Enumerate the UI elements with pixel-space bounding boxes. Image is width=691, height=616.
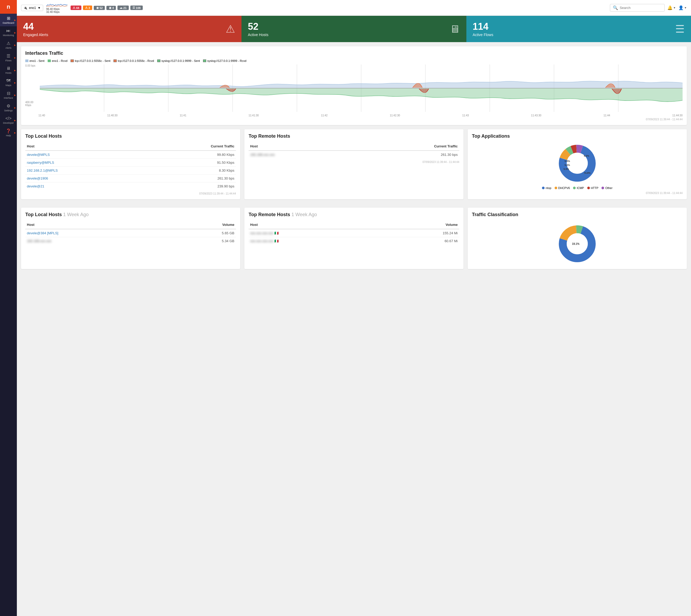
classification-donut-svg: 19.1% (556, 223, 598, 265)
icmp-label: ICMP (577, 186, 584, 190)
sparkline-svg (46, 2, 67, 7)
sidebar-logo[interactable]: n (0, 0, 17, 14)
legend-syslog-rcvd: syslog://127.0.0.1:9999 - Rcvd (203, 59, 246, 62)
legend-syslog-rcvd-color (203, 60, 206, 62)
col-volume-wl: Volume (170, 221, 236, 229)
remote-host-week-1-vol: 155.24 Mi (382, 229, 459, 237)
table-row: xxx.xxx.xxx.xxx 🇮🇹 155.24 Mi (249, 229, 459, 237)
traffic-classification-title: Traffic Classification (472, 212, 683, 217)
chart-timestamp: 07/09/2023 11:39:44 - 11:44:44 (25, 118, 683, 121)
sidebar-item-label: Settings (4, 109, 13, 112)
help-icon: ❓ (6, 129, 11, 133)
interface-selector[interactable]: 🔌 eno1 ▼ (21, 5, 43, 11)
remote-host-1-name: 192.168.xxx.xxx (250, 153, 275, 157)
top-remote-hosts-table: Host Current Traffic 192.168.xxx.xxx 261… (249, 142, 459, 158)
sidebar-item-label: Monitoring (3, 34, 14, 37)
developer-icon: </> (5, 116, 11, 121)
top-local-hosts-week-table: Host Volume devele@384 [MPLS] 5.65 GB 19… (25, 221, 236, 245)
host-traffic: 8.30 Kbps (143, 167, 236, 175)
flows-label: Active Flows (473, 32, 494, 37)
legend-syslog-sent-label: syslog://127.0.0.1:9999 - Sent (161, 59, 200, 62)
sidebar-item-developer[interactable]: </> Developer ▶ (0, 114, 17, 126)
y-label-top: 0.00 bps (25, 65, 35, 67)
user-menu-button[interactable]: 👤 ▼ (678, 5, 687, 10)
svg-text:19.1%: 19.1% (572, 242, 579, 245)
sparkline-values: 96.40 Kbps 32.40 Kbps (46, 8, 60, 14)
ntop-dot (542, 186, 545, 189)
badge-count21[interactable]: ☁ 21 (117, 5, 129, 10)
badge-alerts-orange[interactable]: ⚠ 3 (83, 5, 92, 10)
notifications-button[interactable]: 🔔 ▼ (667, 5, 676, 10)
legend-tcp-rcvd: tcp://127.0.0.1:5556c - Rcvd (113, 59, 154, 62)
search-box[interactable]: 🔍 (610, 4, 665, 12)
icmp-dot (573, 186, 576, 189)
col-volume-wr: Volume (382, 221, 459, 229)
remote-host-week-2-vol: 60.67 Mi (382, 237, 459, 245)
http-label: HTTP (591, 186, 599, 190)
header-badges: ⚠ 44 ⚠ 3 🖥 52 🖥 4 ☁ 21 ☰ 108 (70, 5, 143, 10)
sparkline-widget: 96.40 Kbps 32.40 Kbps (46, 2, 67, 14)
top-applications-card: Top Applications (468, 129, 687, 199)
router-icon: 🔌 (23, 6, 27, 10)
table-row: 192.168.xxx.xxx 261.30 bps (249, 151, 459, 158)
badge-count108[interactable]: ☰ 108 (130, 5, 143, 10)
local-host-link[interactable]: devele@MPLS (27, 153, 50, 157)
local-host-link[interactable]: raspberry@MPLS (27, 160, 54, 164)
local-host-link[interactable]: devele@1906 (27, 176, 48, 180)
interfaces-traffic-card: Interfaces Traffic eno1 - Sent eno1 - Rc… (21, 46, 687, 125)
local-host-link[interactable]: devele@21 (27, 184, 44, 188)
stat-card-hosts[interactable]: 52 Active Hosts 🖥 (241, 16, 466, 42)
sidebar-item-monitoring[interactable]: ⏭ Monitoring ▶ (0, 26, 17, 39)
sidebar-item-help[interactable]: ❓ Help ▶ (0, 126, 17, 139)
other-dot (602, 186, 604, 189)
top-remote-hosts-timestamp: 07/09/2023 11:39:44 - 11:44:44 (249, 160, 459, 163)
main-content: 🔌 eno1 ▼ 96.40 Kbps 32.40 Kbps ⚠ 44 ⚠ 3 (17, 0, 691, 616)
stat-card-alerts[interactable]: 44 Engaged Alerts ⚠ (17, 16, 241, 42)
legend-tcp-rcvd-label: tcp://127.0.0.1:5556c - Rcvd (118, 59, 154, 62)
badge-hosts[interactable]: 🖥 52 (94, 6, 105, 10)
local-host-week-1-vol: 5.65 GB (170, 229, 236, 237)
legend-syslog-sent: syslog://127.0.0.1:9999 - Sent (157, 59, 200, 62)
sidebar-item-label: Maps (5, 84, 11, 87)
remote-host-1-traffic: 261.30 bps (356, 151, 459, 158)
sidebar: n ⊞ Dashboard ▶ ⏭ Monitoring ▶ ⚠ Alerts … (0, 0, 17, 616)
host-icon-badge: 🖥 (96, 6, 99, 9)
badge-icon4: 🖥 (108, 6, 111, 9)
host-traffic: 261.30 bps (143, 175, 236, 182)
legend-http: HTTP (587, 186, 599, 190)
search-input[interactable] (620, 6, 662, 10)
local-host-link[interactable]: 192.168.2.1@MPLS (27, 169, 58, 172)
table-row: devele@1906261.30 bps (25, 175, 236, 182)
sidebar-item-dashboard[interactable]: ⊞ Dashboard ▶ (0, 14, 17, 26)
other-label: Other (605, 186, 612, 190)
sidebar-item-settings[interactable]: ⚙ Settings ▶ (0, 101, 17, 114)
header-right: 🔍 🔔 ▼ 👤 ▼ (610, 4, 687, 12)
sidebar-item-label: Developer (3, 122, 14, 124)
flows-icon: ☰ (6, 53, 10, 59)
sidebar-item-maps[interactable]: 🗺 Maps ▶ (0, 76, 17, 89)
legend-tcp-sent: tcp://127.0.0.1:5556c - Sent (70, 59, 110, 62)
alert-icon-orange: ⚠ (85, 6, 88, 9)
col-host-wr: Host (249, 221, 382, 229)
dhcpv6-label: DHCPV6 (558, 186, 570, 190)
badge-alerts-red[interactable]: ⚠ 44 (70, 5, 81, 10)
legend-ntop: ntop (542, 186, 551, 190)
alert-card-icon: ⚠ (226, 23, 235, 35)
y-label-bottom: 400.00Kbps (25, 101, 34, 107)
legend-syslog-sent-color (157, 60, 160, 62)
local-host-week-1[interactable]: devele@384 [MPLS] (27, 231, 58, 235)
week-label-local: 1 Week Ago (63, 212, 89, 217)
stat-card-flows[interactable]: 114 Active Flows ☰ (467, 16, 691, 42)
flag-1: 🇮🇹 (274, 231, 279, 235)
top-remote-hosts-title: Top Remote Hosts (249, 133, 459, 139)
host-traffic: 99.80 Kbps (143, 151, 236, 159)
sidebar-item-interface[interactable]: ⊟ Interface ▶ (0, 89, 17, 101)
sidebar-item-flows[interactable]: ☰ Flows ▶ (0, 51, 17, 64)
sidebar-item-hosts[interactable]: 🖥 Hosts ▶ (0, 64, 17, 76)
badge-count4[interactable]: 🖥 4 (106, 6, 116, 10)
three-col-row2: Top Local Hosts 1 Week Ago Host Volume d… (21, 208, 687, 273)
top-local-hosts-table: Host Current Traffic devele@MPLS99.80 Kb… (25, 142, 236, 190)
maps-icon: 🗺 (6, 79, 10, 83)
col-host: Host (25, 142, 143, 151)
sidebar-item-alerts[interactable]: ⚠ Alerts ▶ (0, 39, 17, 51)
